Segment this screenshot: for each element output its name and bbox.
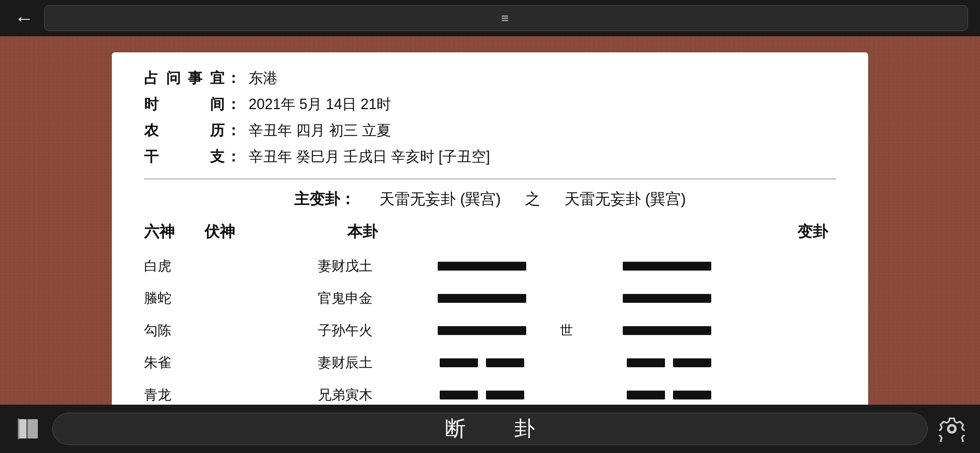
book-icon-button[interactable] [12,413,44,445]
biangua-line-0 [583,262,719,271]
info-row-3: 干 支 ： 辛丑年 癸巳月 壬戌日 辛亥时 [子丑空] [144,147,836,167]
main-title-row: 主变卦： 天雷无妄卦 (巽宫) 之 天雷无妄卦 (巽宫) [144,189,836,209]
bengua-line-0 [414,262,550,271]
bengua-line-1 [414,294,550,303]
col-header-liushen: 六神 [144,221,200,242]
col-header-bengua: 本卦 [273,221,453,242]
col-header-biangua: 变卦 [656,221,836,242]
bengua-line-3 [414,358,550,367]
info-label-1: 时 间 [144,95,224,114]
top-menu-bar[interactable]: ≡ [44,5,968,31]
biangua-line-4 [583,391,719,399]
main-title-biangua: 天雷无妄卦 (巽宫) [564,189,686,209]
yao-name-2: 子孙午火 [277,321,414,340]
bengua-line-2 [414,326,550,335]
info-colon-1: ： [226,95,241,114]
zhi-char: 之 [525,189,540,209]
back-arrow-icon: ← [14,7,34,29]
biangua-line-2 [583,326,719,335]
info-label-2: 农 历 [144,121,224,141]
info-value-1: 2021年 5月 14日 21时 [249,95,391,114]
yao-name-0: 妻财戊土 [277,257,414,275]
bottom-text-2: 卦 [514,415,535,443]
liushen-4: 青龙 [144,386,204,404]
info-row-1: 时 间 ： 2021年 5月 14日 21时 [144,95,836,114]
info-row-2: 农 历 ： 辛丑年 四月 初三 立夏 [144,121,836,141]
info-label-3: 干 支 [144,147,224,167]
liushen-3: 朱雀 [144,354,204,372]
section-divider [144,179,836,179]
col-headers: 六神 伏神 本卦 变卦 [144,221,836,242]
hex-row-0: 白虎妻财戊土 [144,250,836,282]
content-area: 占问事宜 ： 东港 时 间 ： 2021年 5月 14日 21时 农 历 ： 辛… [0,36,980,405]
hex-row-2: 勾陈子孙午火世 [144,314,836,347]
info-value-3: 辛丑年 癸巳月 壬戌日 辛亥时 [子丑空] [249,147,490,167]
info-value-0: 东港 [249,68,278,88]
main-card: 占问事宜 ： 东港 时 间 ： 2021年 5月 14日 21时 农 历 ： 辛… [112,52,868,453]
book-icon [15,416,41,442]
main-title-label: 主变卦： [294,189,355,209]
biangua-line-3 [583,358,719,367]
bottom-center-bar[interactable]: 断 卦 [52,413,928,445]
bottom-text-1: 断 [445,415,466,443]
top-bar: ← ≡ [0,0,980,36]
hex-row-1: 螣蛇官鬼申金 [144,282,836,314]
info-colon-0: ： [226,68,241,88]
info-colon-3: ： [226,147,241,167]
marker-2: 世 [550,322,583,339]
main-title-bengua: 天雷无妄卦 (巽宫) [379,189,501,209]
yao-name-1: 官鬼申金 [277,289,414,308]
svg-rect-1 [27,419,38,439]
yao-name-4: 兄弟寅木 [277,386,414,404]
hex-row-3: 朱雀妻财辰土 [144,347,836,379]
biangua-line-1 [583,294,719,303]
menu-icon: ≡ [501,11,511,26]
back-button[interactable]: ← [12,6,36,30]
liushen-2: 勾陈 [144,321,204,340]
bottom-bar: 断 卦 [0,405,980,453]
yao-name-3: 妻财辰土 [277,354,414,372]
gear-icon-button[interactable] [936,413,968,445]
svg-rect-2 [18,418,19,439]
info-value-2: 辛丑年 四月 初三 立夏 [249,121,391,141]
liushen-0: 白虎 [144,257,204,275]
gear-icon [939,416,965,442]
info-label-0: 占问事宜 [144,68,224,88]
info-row-0: 占问事宜 ： 东港 [144,68,836,88]
info-colon-2: ： [226,121,241,141]
liushen-1: 螣蛇 [144,289,204,308]
col-header-fushen: 伏神 [200,221,273,242]
svg-rect-0 [19,419,27,439]
bengua-line-4 [414,391,550,399]
info-section: 占问事宜 ： 东港 时 间 ： 2021年 5月 14日 21时 农 历 ： 辛… [144,68,836,167]
